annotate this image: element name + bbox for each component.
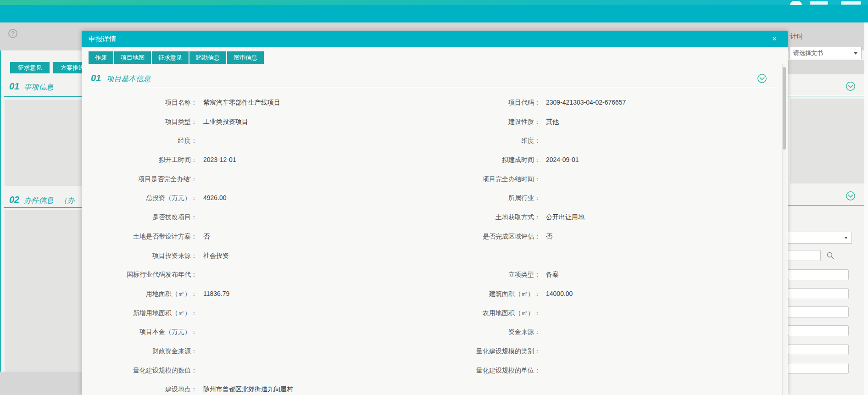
form-input[interactable] xyxy=(788,325,849,336)
case-info-placeholder xyxy=(5,210,82,372)
field-value xyxy=(203,170,401,189)
search-icon[interactable] xyxy=(826,251,835,260)
form-row: 新增用地面积（㎡）： 农用地面积（㎡）： xyxy=(82,304,788,323)
field-label: 项目投资来源： xyxy=(86,246,197,266)
form-row: 是否技改项目： 土地获取方式： 公开出让用地 xyxy=(82,208,788,227)
field-value xyxy=(203,304,401,323)
field-label: 建设性质： xyxy=(412,112,540,132)
right-section-underline xyxy=(788,205,864,206)
form-input[interactable] xyxy=(788,269,849,280)
field-value: 工业类投资项目 xyxy=(203,112,401,132)
modal-tab[interactable]: 征求意见 xyxy=(152,51,189,64)
project-basic-info-header: 01项目基本信息 xyxy=(91,73,150,84)
field-label: 用地面积（㎡）： xyxy=(86,284,197,304)
right-form-select[interactable] xyxy=(788,232,852,244)
modal-tab[interactable]: 项目地图 xyxy=(114,51,151,64)
collapse-chevron-icon[interactable] xyxy=(846,81,856,91)
field-label: 项目类型： xyxy=(86,112,197,132)
form-row: 用地面积（㎡）： 11836.79 建筑面积（㎡）： 14000.00 xyxy=(82,284,788,304)
solicit-opinions-button[interactable]: 征求意见 xyxy=(10,62,50,73)
form-row: 项目名称： 紫宸汽车零部件生产线项目 项目代码： 2309-421303-04-… xyxy=(82,93,788,112)
field-value xyxy=(546,246,743,266)
field-label: 量化建设规模的单位： xyxy=(412,361,540,380)
field-label: 量化建设规模的数值： xyxy=(86,361,197,380)
field-label: 项目是否完全办结'： xyxy=(86,170,197,189)
field-label: 建设地点： xyxy=(86,380,197,395)
form-row: 国标行业代码发布年代： 立项类型： 备案 xyxy=(82,265,788,284)
field-value xyxy=(546,189,743,208)
field-label: 总投资（万元）： xyxy=(86,189,197,208)
caret-down-icon xyxy=(844,237,848,239)
section-number: 02 xyxy=(9,195,19,205)
form-row: 项目投资来源： 社会投资 xyxy=(82,246,788,266)
modal-tab[interactable]: 作废 xyxy=(89,51,113,64)
left-panel-border xyxy=(0,50,1,372)
field-label: 是否技改项目： xyxy=(86,208,197,227)
field-value: 2023-12-01 xyxy=(203,150,401,170)
section-underline xyxy=(87,87,777,87)
field-value xyxy=(546,342,743,361)
field-value xyxy=(546,323,743,342)
right-section-underline xyxy=(788,96,864,96)
modal-header xyxy=(82,31,788,47)
page-scrollbar-track[interactable] xyxy=(864,22,868,395)
field-label: 农用地面积（㎡）： xyxy=(412,304,540,323)
project-info-form: 项目名称： 紫宸汽车零部件生产线项目 项目代码： 2309-421303-04-… xyxy=(82,93,788,395)
right-section-placeholder xyxy=(790,99,864,184)
field-label: 项目名称： xyxy=(86,93,197,112)
section-matter-info: 01事项信息 xyxy=(9,81,53,92)
field-value xyxy=(546,380,743,395)
field-value xyxy=(546,170,743,189)
form-row: 量化建设规模的数值： 量化建设规模的单位： xyxy=(82,361,788,380)
form-row: 拟开工时间： 2023-12-01 拟建成时间： 2024-09-01 xyxy=(82,150,788,170)
field-label: 经度： xyxy=(86,131,197,150)
field-value xyxy=(546,131,743,150)
collapse-chevron-icon[interactable] xyxy=(846,191,856,201)
field-label: 量化建设规模的类别： xyxy=(412,342,540,361)
modal-scrollbar-thumb[interactable] xyxy=(783,67,786,150)
right-panel-band xyxy=(788,60,864,74)
field-value: 4926.00 xyxy=(203,189,401,208)
field-value: 2024-09-01 xyxy=(546,150,743,170)
field-label: 项目代码： xyxy=(412,93,540,112)
section-underline xyxy=(4,207,82,208)
document-select[interactable]: 请选择文书 xyxy=(789,47,862,59)
form-input[interactable] xyxy=(788,344,849,355)
field-value xyxy=(203,131,401,150)
section-title: 项目基本信息 xyxy=(106,75,150,83)
form-row: 经度： 维度： xyxy=(82,131,788,150)
top-gradient-bar xyxy=(0,0,868,5)
field-label xyxy=(412,246,540,266)
field-value: 14000.00 xyxy=(546,284,743,304)
modal-tab[interactable]: 图审信息 xyxy=(227,51,264,64)
field-value xyxy=(203,323,401,342)
form-row: 土地是否带设计方案： 否 是否完成区域评估： 否 xyxy=(82,227,788,246)
modal-tab[interactable]: 踏勘信息 xyxy=(189,51,226,64)
field-value xyxy=(203,265,401,284)
form-input[interactable] xyxy=(788,288,849,299)
modal-close-icon[interactable]: × xyxy=(769,34,779,44)
section-number: 01 xyxy=(9,81,19,91)
user-name-fragment xyxy=(810,1,828,5)
form-input[interactable] xyxy=(788,306,849,317)
section-title: 办件信息 xyxy=(24,196,53,204)
field-label: 财政资金来源： xyxy=(86,342,197,361)
document-select-value: 请选择文书 xyxy=(793,50,823,56)
form-row: 建设地点： 随州市曾都区北郊街道九间屋村 xyxy=(82,380,788,395)
field-value xyxy=(203,342,401,361)
field-value: 公开出让用地 xyxy=(546,208,743,227)
collapse-chevron-icon[interactable] xyxy=(757,73,767,83)
field-label: 国标行业代码发布年代： xyxy=(86,265,197,284)
field-label: 维度： xyxy=(412,131,540,150)
field-value xyxy=(546,304,743,323)
form-input[interactable] xyxy=(788,363,849,374)
search-input[interactable] xyxy=(788,250,821,261)
field-label: 拟建成时间： xyxy=(412,150,540,170)
field-value: 否 xyxy=(546,227,743,246)
form-row: 财政资金来源： 量化建设规模的类别： xyxy=(82,342,788,361)
form-row: 项目本金（万元）： 资金来源： xyxy=(82,323,788,342)
field-label: 新增用地面积（㎡）： xyxy=(86,304,197,323)
field-value: 社会投资 xyxy=(203,246,401,266)
help-icon[interactable]: ? xyxy=(8,29,17,38)
field-label: 资金来源： xyxy=(412,323,540,342)
